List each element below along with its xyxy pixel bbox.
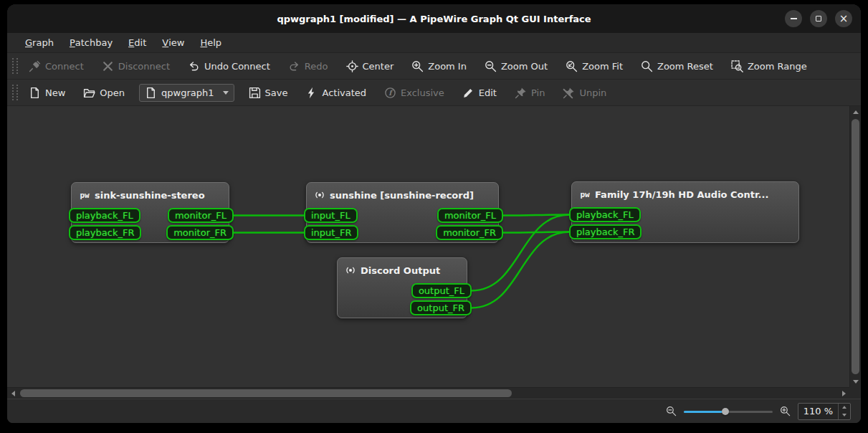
- toolbar-button-disconnect[interactable]: Disconnect: [96, 57, 176, 76]
- minimize-button[interactable]: [785, 10, 802, 27]
- toolbar-button-label: Undo Connect: [204, 61, 270, 72]
- horizontal-scrollbar[interactable]: [7, 387, 849, 399]
- maximize-button[interactable]: [810, 10, 827, 27]
- toolbar-button-connect[interactable]: Connect: [23, 57, 90, 76]
- toolbar-button-undo-connect[interactable]: Undo Connect: [182, 57, 276, 76]
- app-window: qpwgraph1 [modified] — A PipeWire Graph …: [7, 4, 861, 423]
- toolbar-button-label: Zoom Out: [501, 61, 548, 72]
- scroll-right-button[interactable]: [838, 388, 849, 399]
- menu-graph[interactable]: Graph: [17, 33, 62, 52]
- edit-icon: [462, 87, 474, 99]
- arrow-down-icon: [853, 380, 859, 384]
- disconnect-icon: [102, 60, 114, 72]
- port-playback_FL[interactable]: playback_FL: [69, 208, 140, 223]
- arrow-right-icon: [842, 391, 846, 396]
- graph-node-discord[interactable]: Discord Outputoutput_FLoutput_FR: [337, 257, 467, 318]
- toolbar-button-zoom-out[interactable]: Zoom Out: [479, 57, 553, 76]
- toolbar-button-unpin[interactable]: Unpin: [557, 83, 612, 103]
- toolbar-button-new[interactable]: New: [23, 83, 71, 103]
- vscroll-handle[interactable]: [852, 119, 859, 374]
- hscroll-handle[interactable]: [20, 389, 512, 397]
- window-title: qpwgraph1 [modified] — A PipeWire Graph …: [277, 14, 591, 24]
- toolbar-button-label: Zoom Range: [748, 61, 807, 72]
- toolbar-button-label: Connect: [45, 61, 84, 72]
- port-monitor_FR[interactable]: monitor_FR: [436, 225, 503, 240]
- toolbar-button-edit[interactable]: Edit: [457, 83, 502, 103]
- scroll-up-button[interactable]: [850, 106, 861, 118]
- close-button[interactable]: ×: [835, 10, 852, 27]
- menu-edit[interactable]: Edit: [120, 33, 154, 52]
- spin-down-button[interactable]: [839, 411, 850, 419]
- toolbar-button-zoom-in[interactable]: Zoom In: [406, 57, 472, 76]
- vscroll-track[interactable]: [850, 118, 861, 376]
- arrow-left-icon: [11, 391, 15, 396]
- hscroll-track[interactable]: [19, 388, 838, 399]
- port-monitor_FR[interactable]: monitor_FR: [166, 225, 234, 240]
- port-input_FR[interactable]: input_FR: [304, 225, 358, 240]
- port-output_FR[interactable]: output_FR: [410, 300, 472, 315]
- toolbar-button-redo[interactable]: Redo: [282, 57, 334, 76]
- arrow-down-icon: [842, 414, 846, 417]
- graph-node-family[interactable]: Family 17h/19h HD Audio Contr...playback…: [571, 181, 799, 243]
- graph-canvas[interactable]: sink-sunshine-stereoplayback_FLmonitor_F…: [7, 106, 849, 387]
- menubar: GraphPatchbayEditViewHelp: [7, 33, 861, 53]
- toolbar-button-center[interactable]: Center: [340, 57, 400, 76]
- center-icon: [346, 60, 358, 72]
- titlebar[interactable]: qpwgraph1 [modified] — A PipeWire Graph …: [7, 4, 861, 33]
- scroll-down-button[interactable]: [850, 376, 861, 387]
- toolbar-button-zoom-fit[interactable]: Zoom Fit: [560, 57, 629, 76]
- pin-icon: [515, 87, 527, 99]
- port-monitor_FL[interactable]: monitor_FL: [437, 208, 503, 223]
- zoom-spinbox[interactable]: 110 %: [798, 403, 851, 420]
- toolbar-grip[interactable]: [12, 85, 18, 100]
- toolbar-button-save[interactable]: Save: [243, 83, 294, 103]
- menu-patchbay[interactable]: Patchbay: [62, 33, 120, 52]
- toolbar-button-label: Exclusive: [401, 87, 444, 98]
- toolbar-button-activated[interactable]: Activated: [300, 83, 372, 103]
- graph-node-sink[interactable]: sink-sunshine-stereoplayback_FLmonitor_F…: [71, 182, 229, 243]
- zoom-out-icon: [485, 60, 497, 72]
- port-playback_FR[interactable]: playback_FR: [69, 225, 141, 240]
- port-playback_FL[interactable]: playback_FL: [569, 207, 641, 222]
- node-title: sink-sunshine-stereo: [95, 190, 205, 201]
- port-output_FL[interactable]: output_FL: [411, 283, 472, 298]
- zoom-out-icon[interactable]: [666, 406, 677, 417]
- zoom-in-icon[interactable]: [780, 406, 791, 417]
- zoom-reset-icon: [641, 60, 653, 72]
- toolbar-button-pin[interactable]: Pin: [509, 83, 550, 103]
- pipewire-icon: [79, 189, 90, 201]
- vertical-scrollbar[interactable]: [849, 106, 861, 387]
- menu-view[interactable]: View: [154, 33, 192, 52]
- toolbar-button-label: Edit: [479, 87, 497, 98]
- connection-sunshine-monitor_FR-to-family-playback_FR[interactable]: [503, 232, 569, 233]
- minimize-icon: [791, 18, 797, 19]
- port-row: playback_FR: [572, 224, 798, 242]
- menu-help[interactable]: Help: [192, 33, 229, 52]
- toolbar-button-zoom-range[interactable]: Zoom Range: [725, 57, 813, 76]
- exclusive-icon: [384, 87, 396, 99]
- combo-value: qpwgraph1: [161, 87, 214, 98]
- new-file-icon: [29, 87, 41, 99]
- toolbar-button-zoom-reset[interactable]: Zoom Reset: [635, 57, 719, 76]
- statusbar: 110 %: [7, 399, 861, 423]
- toolbar-button-open[interactable]: Open: [77, 83, 130, 103]
- port-input_FL[interactable]: input_FL: [304, 208, 358, 223]
- toolbar-file: NewOpenqpwgraph1SaveActivatedExclusiveEd…: [7, 80, 861, 106]
- connection-discord-output_FR-to-family-playback_FR[interactable]: [472, 232, 569, 308]
- toolbar-grip[interactable]: [12, 58, 18, 74]
- port-playback_FR[interactable]: playback_FR: [569, 224, 642, 239]
- graph-node-sunshine[interactable]: sunshine [sunshine-record]input_FLmonito…: [306, 182, 499, 243]
- node-title: sunshine [sunshine-record]: [330, 190, 474, 201]
- zoom-range-icon: [731, 60, 743, 72]
- spin-up-button[interactable]: [839, 404, 850, 411]
- patchbay-profile-combo[interactable]: qpwgraph1: [139, 84, 234, 102]
- port-monitor_FL[interactable]: monitor_FL: [168, 208, 234, 223]
- scroll-left-button[interactable]: [7, 388, 19, 399]
- zoom-slider-handle[interactable]: [722, 408, 729, 415]
- zoom-slider[interactable]: [684, 406, 773, 417]
- node-title: Family 17h/19h HD Audio Contr...: [595, 189, 768, 200]
- connection-sunshine-monitor_FL-to-family-playback_FL[interactable]: [503, 215, 569, 216]
- zoom-slider-fill: [684, 411, 725, 413]
- toolbar-button-label: Center: [363, 61, 394, 72]
- toolbar-button-exclusive[interactable]: Exclusive: [378, 83, 450, 103]
